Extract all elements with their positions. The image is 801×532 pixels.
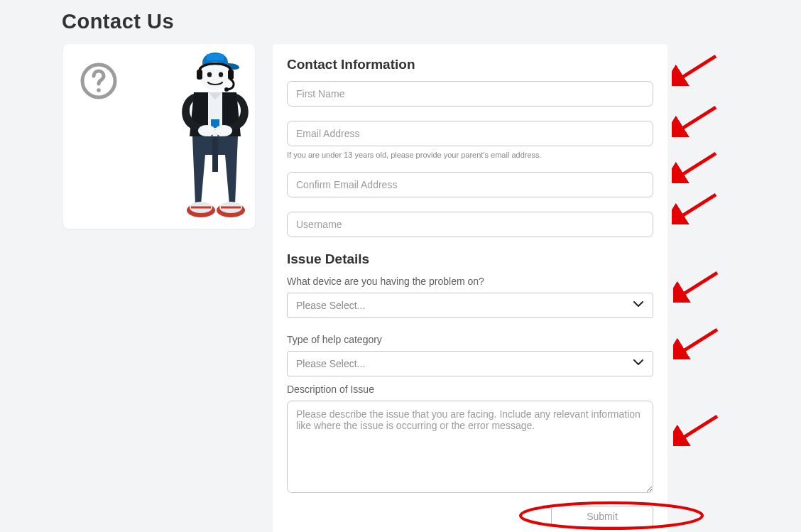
issue-details-heading: Issue Details <box>287 251 653 267</box>
first-name-input[interactable] <box>287 81 653 107</box>
device-select[interactable]: Please Select... <box>287 293 653 318</box>
arrow-annotation <box>672 52 720 86</box>
sidebar-card <box>63 44 255 229</box>
svg-line-22 <box>679 416 717 440</box>
arrow-annotation <box>672 149 720 183</box>
question-mark-icon <box>79 61 119 104</box>
svg-line-16 <box>677 56 716 80</box>
avatar-illustration <box>170 51 262 230</box>
page-title: Contact Us <box>62 10 174 33</box>
arrow-annotation <box>673 412 721 446</box>
description-textarea[interactable] <box>287 401 653 493</box>
svg-point-8 <box>224 87 229 92</box>
form-panel: Contact Information If you are under 13 … <box>273 44 668 532</box>
svg-line-21 <box>679 330 717 354</box>
confirm-email-input[interactable] <box>287 172 653 197</box>
svg-point-11 <box>215 125 232 136</box>
arrow-annotation <box>672 190 720 224</box>
submit-button[interactable]: Submit <box>551 506 653 527</box>
svg-rect-7 <box>228 70 234 80</box>
svg-line-20 <box>679 273 717 297</box>
email-input[interactable] <box>287 121 653 146</box>
help-category-select[interactable]: Please Select... <box>287 351 653 376</box>
contact-info-heading: Contact Information <box>287 57 653 72</box>
description-label: Description of Issue <box>287 384 653 395</box>
arrow-annotation <box>673 325 721 359</box>
svg-line-19 <box>677 195 716 219</box>
device-label: What device are you having the problem o… <box>287 276 653 287</box>
svg-rect-6 <box>197 70 202 80</box>
svg-point-1 <box>97 88 101 92</box>
svg-point-10 <box>198 125 215 136</box>
username-input[interactable] <box>287 212 653 237</box>
arrow-annotation <box>672 103 720 137</box>
svg-rect-2 <box>207 54 224 60</box>
svg-point-5 <box>219 72 223 77</box>
svg-line-17 <box>677 107 716 131</box>
svg-line-18 <box>677 153 716 178</box>
help-category-label: Type of help category <box>287 334 653 345</box>
svg-point-4 <box>207 72 212 77</box>
arrow-annotation <box>673 268 721 303</box>
email-hint: If you are under 13 years old, please pr… <box>287 151 653 159</box>
